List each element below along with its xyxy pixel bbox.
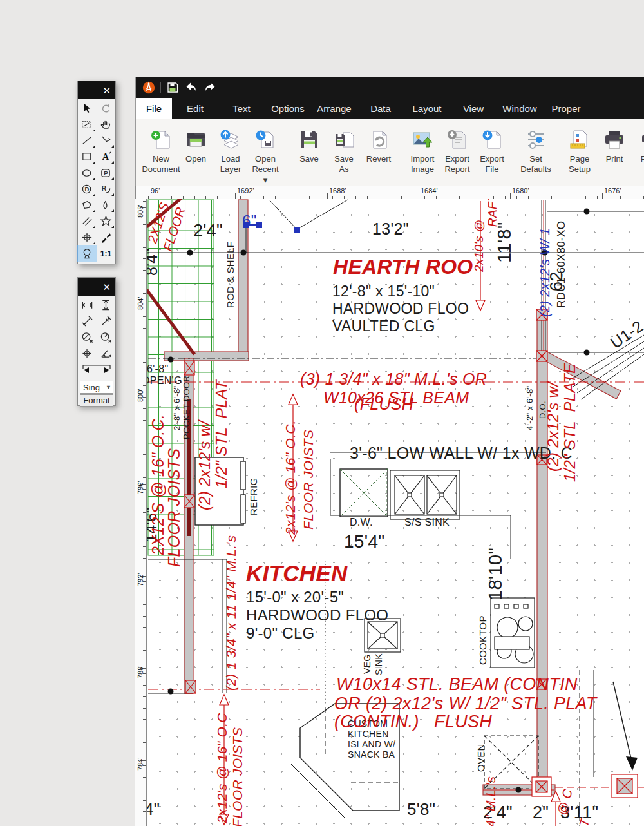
- dim-oblique-alt-tool[interactable]: [97, 313, 115, 329]
- plan-annotation[interactable]: HARDWOOD FLOO: [246, 607, 388, 623]
- save-button[interactable]: Save: [292, 120, 327, 186]
- plan-annotation[interactable]: S/S SINK: [404, 517, 450, 528]
- print-special-button[interactable]: Print Sp ▾: [632, 120, 644, 186]
- menu-file[interactable]: File: [136, 98, 172, 119]
- save-as-button[interactable]: Save As: [327, 120, 361, 186]
- plan-annotation[interactable]: 6": [242, 213, 256, 229]
- plan-annotation[interactable]: ISLAND W/: [348, 740, 395, 749]
- plan-annotation[interactable]: 2": [533, 803, 549, 821]
- print-button[interactable]: Print: [597, 120, 632, 186]
- pointer-tool[interactable]: [78, 101, 97, 117]
- dim-diameter-tool[interactable]: [78, 329, 97, 345]
- plan-annotation[interactable]: 2x10's @: [473, 220, 486, 272]
- plan-annotation[interactable]: REFRIG: [249, 478, 259, 515]
- plan-annotation[interactable]: VEG: [363, 655, 372, 674]
- menu-window[interactable]: Window: [497, 98, 543, 119]
- plan-annotation[interactable]: (CONTIN.) FLUSH: [334, 713, 492, 731]
- plan-annotation[interactable]: ROD & SHELF: [225, 242, 236, 308]
- plan-annotation[interactable]: 18'10": [486, 548, 505, 600]
- rotate-tool[interactable]: [97, 101, 115, 117]
- plan-annotation[interactable]: SINK: [374, 653, 384, 675]
- cooktop[interactable]: [491, 598, 535, 668]
- save-icon[interactable]: [166, 81, 180, 95]
- menu-proper[interactable]: Proper: [543, 98, 589, 119]
- vertex-tool[interactable]: [97, 197, 115, 213]
- dim-vertical-tool[interactable]: [97, 297, 115, 313]
- menu-view[interactable]: View: [450, 98, 497, 119]
- dim-radius-tool[interactable]: [97, 329, 115, 345]
- plan-annotation[interactable]: FLOOR JOISTS: [166, 448, 182, 567]
- room-label-hearth[interactable]: HEARTH ROO: [333, 256, 473, 278]
- plan-annotation[interactable]: OPEN'G: [147, 376, 182, 387]
- plan-annotation[interactable]: RAFT: [486, 199, 499, 227]
- drawing-canvas[interactable]: 2'4"6"13'2"8'4"HEARTH ROO12'-8" x 15'-10…: [147, 199, 644, 826]
- dim-horizontal-tool[interactable]: [78, 297, 97, 313]
- page-setup-button[interactable]: Page Setup: [562, 120, 597, 186]
- menu-options[interactable]: Options: [265, 98, 311, 119]
- load-layer-button[interactable]: Load Layer: [213, 120, 248, 186]
- plan-annotation[interactable]: 11'8": [495, 222, 514, 263]
- plan-annotation[interactable]: FLOOR JOISTS: [301, 430, 316, 530]
- new-document-button[interactable]: New Document: [144, 120, 178, 186]
- close-icon[interactable]: ✕: [102, 86, 111, 95]
- d-symbol-tool[interactable]: D: [78, 181, 97, 197]
- menu-arrange[interactable]: Arrange: [311, 98, 357, 119]
- plan-annotation[interactable]: 6'-8": [147, 364, 168, 375]
- menu-text[interactable]: Text: [218, 98, 265, 119]
- double-sink[interactable]: [390, 470, 460, 519]
- plan-annotation[interactable]: (2) 2x12's w/: [545, 382, 561, 472]
- plan-annotation[interactable]: 12'-8" x 15'-10": [332, 283, 435, 299]
- zoom-ratio-label[interactable]: 1:1: [97, 245, 115, 262]
- p-symbol-tool[interactable]: P: [97, 165, 115, 181]
- star-tool[interactable]: [97, 213, 115, 229]
- plan-annotation[interactable]: 4": [147, 801, 160, 818]
- plan-annotation[interactable]: OR (2) 2x12's W/ 1/2" STL. PLAT: [334, 695, 597, 713]
- plan-annotation[interactable]: 2x12's @ 16" O.C: [215, 713, 229, 823]
- plan-annotation[interactable]: POCKET DOOR: [182, 376, 191, 439]
- plan-annotation[interactable]: 15'4": [344, 532, 385, 551]
- plan-annotation[interactable]: (2) 1 3/4" x 11 1/4" M.L.'s: [224, 535, 238, 691]
- center-point-tool[interactable]: [78, 229, 97, 245]
- parallel-line-tool[interactable]: [78, 213, 97, 229]
- plan-annotation[interactable]: D.W.: [350, 517, 373, 528]
- plan-annotation[interactable]: (FLUSH: [354, 396, 413, 412]
- plan-annotation[interactable]: (2) 2x12's W/ 1: [538, 228, 552, 317]
- plan-annotation[interactable]: 2'4": [193, 222, 223, 240]
- text-tool[interactable]: A: [97, 149, 115, 165]
- plan-annotation[interactable]: OVEN: [476, 744, 486, 772]
- line-tool[interactable]: [78, 133, 97, 149]
- import-image-button[interactable]: Import Image: [405, 120, 440, 186]
- plan-annotation[interactable]: 2X12'S @ 16" O.C.: [149, 414, 166, 555]
- plan-annotation[interactable]: (2) 2x12's w/: [196, 421, 213, 510]
- plan-annotation[interactable]: VAULTED CLG: [332, 318, 435, 334]
- eyedropper-tool[interactable]: [97, 229, 115, 245]
- revert-button[interactable]: Revert: [361, 120, 396, 186]
- format-button[interactable]: Format: [80, 394, 113, 407]
- plan-annotation[interactable]: 1/2" STL PLATE: [562, 363, 578, 482]
- plan-annotation[interactable]: 8'4": [147, 248, 160, 276]
- dimension-style-select[interactable]: Sing ▼: [80, 381, 113, 394]
- ellipse-tool[interactable]: [78, 165, 97, 181]
- export-file-button[interactable]: Export File: [475, 120, 509, 186]
- menu-layout[interactable]: Layout: [404, 98, 450, 119]
- dim-center-tool[interactable]: [78, 345, 97, 361]
- plan-annotation[interactable]: 2x12's @ 16" O.C.: [283, 420, 298, 535]
- dim-angle-tool[interactable]: [97, 345, 115, 361]
- plan-annotation[interactable]: (3) 1 3/4" x 18" M.L.'s OR: [300, 370, 487, 387]
- rectangle-tool[interactable]: [78, 149, 97, 165]
- open-recent-button[interactable]: Open Recent ▾: [248, 120, 283, 186]
- export-report-button[interactable]: Export Report: [440, 120, 475, 186]
- plan-annotation[interactable]: FLOOR JOISTS: [231, 727, 245, 826]
- close-icon[interactable]: ✕: [102, 282, 111, 292]
- plan-annotation[interactable]: SNACK BA: [348, 750, 395, 760]
- plan-annotation[interactable]: 15'-0" x 20'-5": [246, 589, 344, 605]
- arc-tool[interactable]: R: [97, 181, 115, 197]
- dim-leader-tool[interactable]: [78, 361, 115, 377]
- plan-annotation[interactable]: 4'-2" x 6'-8": [526, 386, 535, 430]
- plan-annotation[interactable]: RDU1-60X80-XO: [556, 221, 567, 308]
- plan-annotation[interactable]: W10x14 STL. BEAM (CONTIN: [336, 675, 578, 693]
- set-defaults-button[interactable]: Set Defaults: [518, 120, 553, 186]
- menu-edit[interactable]: Edit: [172, 98, 218, 119]
- select-marquee-tool[interactable]: [78, 117, 97, 133]
- undo-icon[interactable]: [184, 81, 198, 95]
